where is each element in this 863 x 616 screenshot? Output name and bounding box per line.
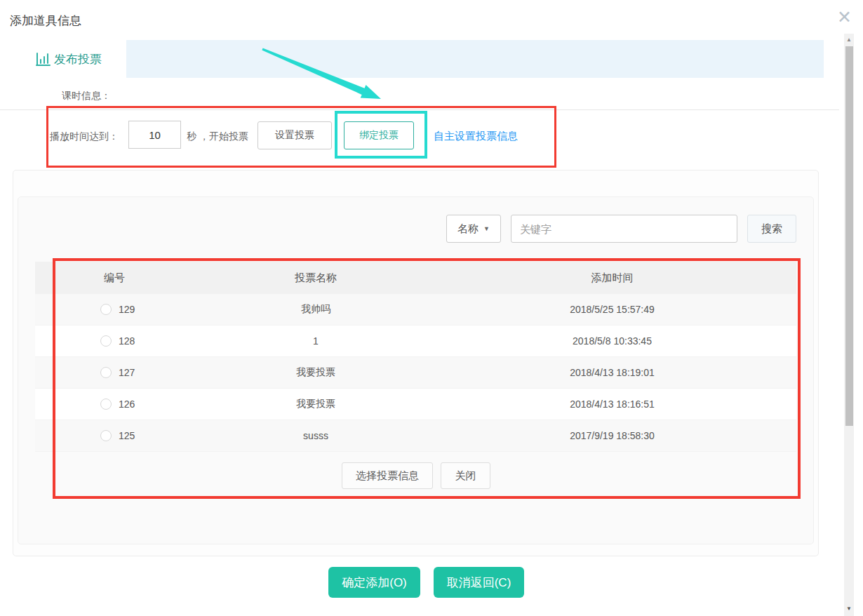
row-radio-button[interactable] — [100, 304, 112, 315]
confirm-add-button[interactable]: 确定添加(O) — [328, 567, 420, 598]
bind-vote-button[interactable]: 绑定投票 — [344, 121, 414, 149]
row-radio-button[interactable] — [100, 335, 112, 347]
row-id: 126 — [119, 399, 135, 410]
row-id: 129 — [119, 304, 135, 315]
table-body: 129 我帅吗 2018/5/25 15:57:49 128 1 2018/5/… — [35, 294, 796, 452]
self-set-vote-link[interactable]: 自主设置投票信息 — [434, 130, 518, 143]
row-radio-button[interactable] — [100, 399, 112, 410]
scroll-down-icon[interactable]: ▼ — [844, 605, 854, 612]
scrollbar-thumb[interactable] — [845, 46, 853, 426]
play-time-prefix-label: 播放时间达到： — [50, 130, 119, 143]
vote-table: 编号 投票名称 添加时间 129 我帅吗 2018/5/25 15:57:49 — [35, 262, 796, 452]
row-id: 125 — [119, 430, 135, 441]
add-prop-dialog: 添加道具信息 ✕ 发布投票 课时信息： 播放时间达到： 秒 ，开始投票 设置投票… — [0, 0, 863, 616]
dialog-title: 添加道具信息 — [10, 13, 81, 29]
chevron-down-icon: ▼ — [483, 225, 490, 232]
row-radio-button[interactable] — [100, 430, 112, 441]
close-icon[interactable]: ✕ — [837, 8, 852, 26]
vertical-scrollbar[interactable]: ▲ ▼ — [844, 34, 854, 616]
section-divider — [0, 109, 839, 110]
seconds-input[interactable] — [128, 121, 181, 149]
close-table-button[interactable]: 关闭 — [441, 462, 490, 489]
lesson-info-label: 课时信息： — [62, 90, 111, 102]
table-row[interactable]: 129 我帅吗 2018/5/25 15:57:49 — [35, 294, 796, 326]
row-vote-name: 我要投票 — [203, 398, 428, 410]
filter-select[interactable]: 名称 ▼ — [446, 215, 501, 243]
table-row[interactable]: 126 我要投票 2018/4/13 18:16:51 — [35, 389, 796, 420]
tab-strip — [10, 40, 824, 78]
col-header-id: 编号 — [35, 272, 203, 285]
search-button[interactable]: 搜索 — [747, 215, 796, 243]
row-added-time: 2018/5/8 10:33:45 — [428, 335, 796, 347]
row-vote-name: susss — [203, 430, 428, 441]
row-vote-name: 我帅吗 — [203, 303, 428, 316]
set-vote-button[interactable]: 设置投票 — [257, 121, 332, 149]
row-id: 127 — [119, 367, 135, 378]
scroll-up-icon[interactable]: ▲ — [844, 36, 854, 43]
table-header-row: 编号 投票名称 添加时间 — [35, 262, 796, 294]
poll-chart-icon — [34, 51, 52, 68]
tab-publish-vote-label: 发布投票 — [54, 51, 102, 67]
col-header-time: 添加时间 — [428, 272, 796, 285]
table-row[interactable]: 125 susss 2017/9/19 18:58:30 — [35, 420, 796, 452]
row-radio-button[interactable] — [100, 367, 112, 378]
row-vote-name: 我要投票 — [203, 366, 428, 379]
table-row[interactable]: 127 我要投票 2018/4/13 18:19:01 — [35, 357, 796, 389]
row-id: 128 — [119, 335, 135, 347]
tab-publish-vote[interactable]: 发布投票 — [10, 40, 126, 78]
play-time-suffix-label: 秒 ，开始投票 — [187, 130, 248, 143]
filter-select-value: 名称 — [457, 222, 479, 236]
row-added-time: 2018/5/25 15:57:49 — [428, 304, 796, 315]
row-vote-name: 1 — [203, 335, 428, 347]
row-added-time: 2018/4/13 18:19:01 — [428, 367, 796, 378]
table-row[interactable]: 128 1 2018/5/8 10:33:45 — [35, 326, 796, 357]
row-added-time: 2018/4/13 18:16:51 — [428, 399, 796, 410]
keyword-input[interactable] — [511, 215, 737, 243]
row-added-time: 2017/9/19 18:58:30 — [428, 430, 796, 441]
select-vote-info-button[interactable]: 选择投票信息 — [342, 462, 433, 489]
col-header-name: 投票名称 — [203, 272, 428, 285]
cancel-return-button[interactable]: 取消返回(C) — [434, 567, 524, 598]
